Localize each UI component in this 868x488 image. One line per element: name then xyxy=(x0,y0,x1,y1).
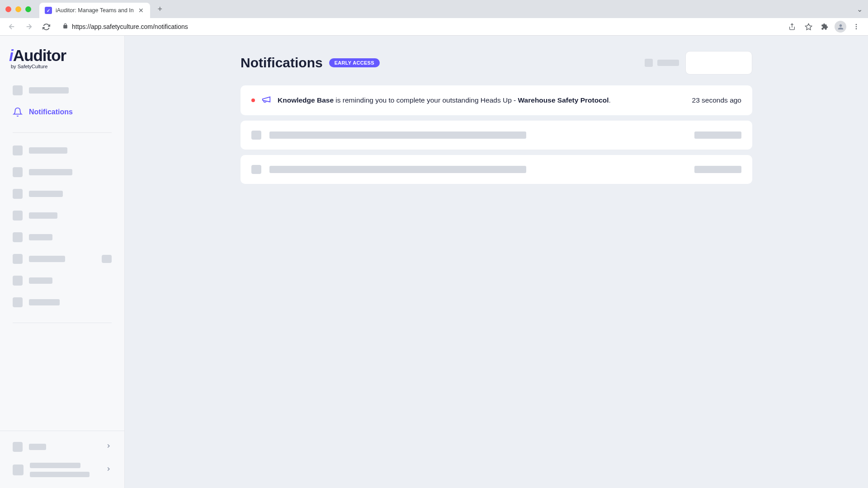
sidebar-item-skeleton[interactable] xyxy=(5,249,119,268)
notification-skeleton xyxy=(241,121,752,150)
window-controls xyxy=(5,6,31,12)
page-title: Notifications xyxy=(241,55,323,70)
header-actions xyxy=(645,51,752,75)
header-action-skeleton[interactable] xyxy=(645,59,679,67)
skeleton-icon xyxy=(13,297,23,307)
svg-point-2 xyxy=(856,28,857,29)
browser-right-icons xyxy=(786,20,863,33)
skeleton-text xyxy=(29,299,60,305)
notification-source: Knowledge Base xyxy=(278,96,334,104)
svg-point-1 xyxy=(856,26,857,28)
tab-title: iAuditor: Manage Teams and In xyxy=(56,7,134,14)
url-bar[interactable]: https://app.safetyculture.com/notificati… xyxy=(57,20,781,33)
chevron-right-icon xyxy=(105,466,112,474)
skeleton-text xyxy=(694,166,741,173)
skeleton-text xyxy=(269,166,526,173)
skeleton-text xyxy=(269,131,526,139)
browser-menu-icon[interactable] xyxy=(850,20,863,33)
notification-middle: is reminding you to complete your outsta… xyxy=(334,96,518,104)
address-bar: https://app.safetyculture.com/notificati… xyxy=(0,18,868,36)
sidebar-item-notifications[interactable]: Notifications xyxy=(5,103,119,122)
sidebar-item-skeleton[interactable] xyxy=(5,81,119,100)
url-text: https://app.safetyculture.com/notificati… xyxy=(72,23,188,30)
notification-time: 23 seconds ago xyxy=(692,96,741,104)
browser-chrome: ✓ iAuditor: Manage Teams and In ✕ + ⌄ ht… xyxy=(0,0,868,36)
nav-section-top: Notifications xyxy=(0,77,124,128)
sidebar-item-skeleton[interactable] xyxy=(5,163,119,182)
sidebar-item-skeleton[interactable] xyxy=(5,206,119,225)
skeleton-icon xyxy=(13,254,23,264)
skeleton-text xyxy=(29,191,63,197)
tab-close-button[interactable]: ✕ xyxy=(137,7,145,14)
skeleton-text xyxy=(29,277,52,284)
sidebar-item-skeleton[interactable] xyxy=(5,141,119,160)
sidebar-divider xyxy=(13,323,112,323)
skeleton-icon xyxy=(13,442,23,452)
skeleton-text xyxy=(29,87,69,94)
tabs-dropdown-button[interactable]: ⌄ xyxy=(857,5,863,14)
skeleton-icon xyxy=(13,85,23,95)
maximize-window-button[interactable] xyxy=(25,6,31,12)
skeleton-text xyxy=(29,234,52,240)
sidebar-footer xyxy=(0,431,124,488)
sidebar-item-skeleton[interactable] xyxy=(5,293,119,312)
minimize-window-button[interactable] xyxy=(15,6,21,12)
lock-icon xyxy=(62,23,68,30)
header-button-skeleton[interactable] xyxy=(685,51,752,75)
skeleton-icon xyxy=(13,145,23,155)
notification-suffix: . xyxy=(609,96,611,104)
sidebar-footer-item[interactable] xyxy=(5,457,119,483)
notification-subject: Warehouse Safety Protocol xyxy=(518,96,609,104)
bookmark-star-icon[interactable] xyxy=(802,20,815,33)
notification-skeleton xyxy=(241,155,752,184)
sidebar: iAuditor by SafetyCulture Notifications xyxy=(0,36,125,488)
page-header: Notifications EARLY ACCESS xyxy=(241,51,752,75)
app-container: iAuditor by SafetyCulture Notifications xyxy=(0,36,868,488)
skeleton-text xyxy=(657,60,679,66)
skeleton-icon xyxy=(13,276,23,286)
browser-back-button[interactable] xyxy=(5,20,18,33)
notification-text: Knowledge Base is reminding you to compl… xyxy=(278,95,686,105)
browser-tab[interactable]: ✓ iAuditor: Manage Teams and In ✕ xyxy=(39,3,150,18)
chevron-right-icon xyxy=(105,443,112,451)
skeleton-text xyxy=(29,169,72,175)
sidebar-divider xyxy=(13,132,112,133)
content-container: Notifications EARLY ACCESS Kno xyxy=(231,51,761,184)
unread-dot-icon xyxy=(251,99,255,102)
skeleton-icon xyxy=(13,189,23,199)
megaphone-icon xyxy=(261,94,271,106)
share-icon[interactable] xyxy=(786,20,798,33)
bell-icon xyxy=(13,107,23,117)
early-access-badge: EARLY ACCESS xyxy=(329,58,380,67)
sidebar-item-skeleton[interactable] xyxy=(5,271,119,290)
sidebar-item-skeleton[interactable] xyxy=(5,184,119,203)
extensions-icon[interactable] xyxy=(818,20,831,33)
main-content: Notifications EARLY ACCESS Kno xyxy=(125,36,868,488)
skeleton-text-group xyxy=(30,463,90,477)
close-window-button[interactable] xyxy=(5,6,11,12)
sidebar-item-skeleton[interactable] xyxy=(5,228,119,247)
browser-reload-button[interactable] xyxy=(40,20,52,33)
skeleton-text xyxy=(29,147,67,154)
sidebar-item-label: Notifications xyxy=(29,108,73,116)
skeleton-icon xyxy=(13,465,24,475)
skeleton-text xyxy=(29,444,46,450)
notification-card[interactable]: Knowledge Base is reminding you to compl… xyxy=(241,85,752,115)
skeleton-text xyxy=(30,463,80,468)
logo[interactable]: iAuditor by SafetyCulture xyxy=(0,36,124,77)
browser-forward-button[interactable] xyxy=(23,20,35,33)
skeleton-badge xyxy=(102,255,112,263)
sidebar-footer-item[interactable] xyxy=(5,436,119,457)
svg-point-0 xyxy=(856,24,857,25)
skeleton-icon xyxy=(13,167,23,177)
profile-icon[interactable] xyxy=(835,21,846,33)
new-tab-button[interactable]: + xyxy=(154,3,166,15)
skeleton-icon xyxy=(251,131,261,140)
skeleton-text xyxy=(30,472,90,477)
skeleton-icon xyxy=(251,165,261,174)
logo-text: iAuditor xyxy=(9,47,115,65)
nav-section-middle xyxy=(0,137,124,318)
tab-bar: ✓ iAuditor: Manage Teams and In ✕ + ⌄ xyxy=(0,0,868,18)
skeleton-text xyxy=(29,256,65,262)
skeleton-icon xyxy=(13,211,23,221)
